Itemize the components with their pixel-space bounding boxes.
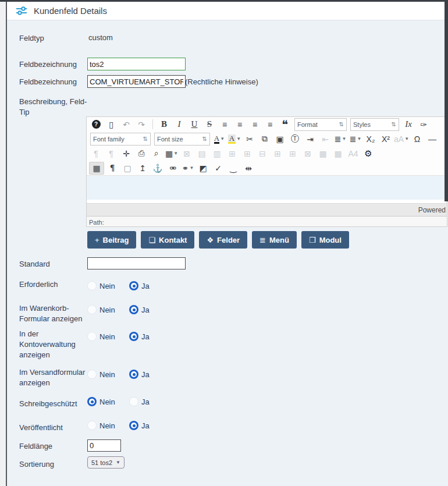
feldtyp-value: custom [88, 33, 113, 42]
beitrag-button[interactable]: +Beitrag [87, 231, 136, 249]
copy-button[interactable]: ⧉ [258, 133, 272, 146]
paste-as-text-button[interactable]: Ⓣ [288, 133, 302, 146]
option-label: Nein [99, 306, 115, 314]
men-button[interactable]: ≣Menü [252, 231, 297, 249]
insert-column-left-icon: ⊞ [274, 149, 281, 158]
format-brush-button[interactable]: ✑ [417, 118, 431, 131]
erforderlich-option-ja[interactable]: Ja [129, 281, 150, 290]
editor-settings-button[interactable]: ⚙ [361, 147, 375, 160]
align-justify-button[interactable]: ≡ [263, 118, 277, 131]
kontoverwaltung-option-ja[interactable]: Ja [129, 332, 150, 341]
underline-button[interactable]: U [187, 118, 201, 131]
cut-button[interactable]: ✂ [243, 133, 257, 146]
italic-button[interactable]: I [172, 118, 186, 131]
nonbreaking-space-button[interactable]: ‿ [226, 162, 240, 175]
insert-template-button[interactable]: ↥ [136, 162, 150, 175]
warenkorb-option-nein[interactable]: Nein [87, 305, 129, 314]
option-label: Ja [141, 306, 150, 314]
unlink-button[interactable]: ⚮ [166, 162, 180, 175]
font-family-select[interactable]: Font family⇅ [90, 133, 151, 146]
insert-image-button[interactable]: ◩ [196, 162, 210, 175]
text-color-button[interactable]: A▼ [212, 133, 226, 146]
warenkorb-options: NeinJa [87, 305, 150, 314]
sortierung-selected-value: 51 tos2 [91, 459, 112, 466]
standard-input[interactable] [87, 257, 186, 269]
beschreibung-label: Beschreibung, Feld-Tip [19, 95, 90, 118]
veroeffentlicht-option-ja[interactable]: Ja [129, 421, 150, 430]
clear-formatting-button[interactable]: Ix [401, 118, 415, 131]
dropdown-caret-icon: ▼ [173, 151, 178, 156]
erforderlich-radio-ja[interactable] [129, 281, 138, 290]
anchor-button[interactable]: ⚓ [151, 162, 165, 175]
erforderlich-radio-nein[interactable] [87, 281, 97, 290]
veroeffentlicht-radio-nein[interactable] [87, 421, 97, 430]
align-right-button[interactable]: ≡ [248, 118, 262, 131]
subscript-button[interactable]: X₂ [364, 133, 378, 146]
kontoverwaltung-option-nein[interactable]: Nein [87, 332, 129, 341]
special-character-button[interactable]: Ω [410, 133, 424, 146]
search-button[interactable]: ⌕ [150, 147, 163, 160]
spellcheck-button[interactable]: ✓ [211, 162, 225, 175]
kontoverwaltung-radio-nein[interactable] [87, 332, 97, 341]
schreibgeschuetzt-option-ja[interactable]: Ja [129, 397, 150, 406]
schreibgeschuetzt-radio-ja[interactable] [129, 397, 138, 406]
bold-button[interactable]: B [157, 118, 171, 131]
background-color-button[interactable]: A▼ [227, 133, 241, 146]
indent-button[interactable]: ⇥ [303, 133, 317, 146]
dropdown-caret-icon: ▼ [342, 136, 346, 141]
visual-aid-icon: A4 [348, 149, 358, 158]
help-button[interactable]: ? [89, 118, 103, 131]
format-select[interactable]: Format⇅ [294, 118, 347, 131]
versandformular-radio-nein[interactable] [87, 370, 97, 379]
schreibgeschuetzt-option-nein[interactable]: Nein [87, 397, 129, 406]
new-document-button[interactable]: ▯ [104, 118, 118, 131]
warenkorb-radio-nein[interactable] [87, 305, 97, 314]
felder-button[interactable]: ❖Felder [199, 231, 247, 249]
font-size-select[interactable]: Font size⇅ [154, 133, 210, 146]
link-button[interactable]: ⚭▼ [181, 162, 195, 175]
modul-button[interactable]: ❒Modul [301, 231, 349, 249]
special-character-icon: Ω [414, 134, 420, 144]
page-break-button[interactable]: ⇹ [241, 162, 255, 175]
styles-select[interactable]: Styles⇅ [350, 118, 399, 131]
print-button[interactable]: ⎙ [134, 147, 148, 160]
redo-button[interactable]: ↷ [134, 118, 148, 131]
superscript-button[interactable]: X² [379, 133, 393, 146]
versandformular-option-ja[interactable]: Ja [129, 370, 150, 379]
feldbezeichnung-lang-input[interactable] [87, 75, 186, 88]
option-label: Ja [141, 370, 150, 379]
align-left-button[interactable]: ≡ [218, 118, 232, 131]
kontakt-button[interactable]: ❏Kontakt [141, 231, 194, 249]
schreibgeschuetzt-radio-nein[interactable] [87, 397, 97, 406]
insert-row-above-icon: ⊞ [229, 149, 236, 158]
blockquote-button[interactable]: ❝ [278, 118, 292, 131]
sortierung-select[interactable]: 51 tos2 ▼ [87, 456, 125, 469]
ordered-list-button[interactable]: ≣▼ [333, 133, 347, 146]
feldlaenge-input[interactable] [87, 439, 121, 452]
strikethrough-button[interactable]: S [202, 118, 216, 131]
paste-button[interactable]: ▣ [273, 133, 287, 146]
fullscreen-button[interactable]: ✛ [119, 147, 133, 160]
show-invisible-characters-button[interactable]: ¶ [105, 162, 119, 175]
kontoverwaltung-radio-ja[interactable] [129, 332, 138, 341]
anchor-icon: ⚓ [152, 164, 162, 173]
editor-content-area[interactable] [87, 175, 447, 200]
veroeffentlicht-radio-ja[interactable] [129, 421, 138, 430]
table-button[interactable]: ▦▼ [165, 147, 179, 160]
horizontal-rule-button[interactable]: — [425, 133, 439, 146]
versandformular-option-nein[interactable]: Nein [87, 370, 129, 379]
warenkorb-radio-ja[interactable] [129, 305, 138, 314]
versandformular-radio-ja[interactable] [129, 370, 138, 379]
veroeffentlicht-option-nein[interactable]: Nein [87, 421, 129, 430]
warenkorb-option-ja[interactable]: Ja [129, 305, 150, 314]
option-label: Ja [141, 421, 150, 430]
strikethrough-icon: S [207, 119, 212, 129]
select-parent-button[interactable]: ▢ [120, 162, 134, 175]
unordered-list-button[interactable]: ≣▼ [349, 133, 362, 146]
feldbezeichnung-input[interactable] [87, 58, 186, 70]
show-blocks-button[interactable]: ▦ [89, 162, 104, 175]
undo-button[interactable]: ↶ [119, 118, 133, 131]
align-center-button[interactable]: ≡ [233, 118, 247, 131]
erforderlich-option-nein[interactable]: Nein [87, 281, 129, 290]
sortierung-row: Sortierung 51 tos2 ▼ [19, 457, 448, 470]
